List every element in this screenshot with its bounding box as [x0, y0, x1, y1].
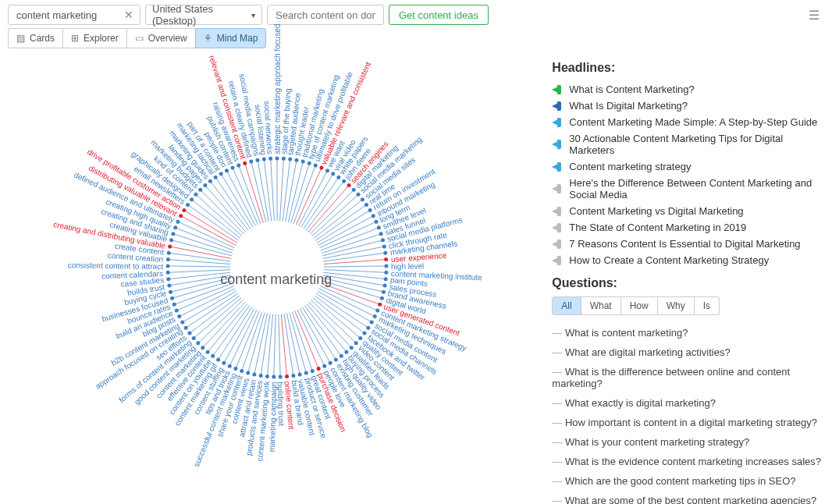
mind-map-chart[interactable]: content marketing strategic marketing ap…: [8, 53, 544, 504]
svg-line-116: [242, 312, 262, 371]
keyword-input[interactable]: [15, 9, 119, 22]
headline-item[interactable]: Here's the Difference Between Content Ma…: [552, 175, 824, 203]
question-tab-is[interactable]: Is: [695, 297, 719, 314]
question-tab-how[interactable]: How: [621, 297, 658, 314]
svg-point-17: [325, 169, 329, 172]
svg-point-63: [380, 296, 384, 300]
svg-point-69: [373, 314, 377, 318]
questions-title: Questions:: [552, 276, 824, 290]
svg-line-168: [173, 234, 233, 254]
svg-point-167: [169, 238, 173, 242]
question-tab-what[interactable]: What: [581, 297, 621, 314]
svg-point-31: [361, 197, 364, 201]
tab-label: Mind Map: [217, 33, 258, 44]
question-item[interactable]: What is your content marketing strategy?: [552, 432, 824, 452]
megaphone-icon: [552, 240, 563, 249]
svg-point-37: [372, 214, 375, 218]
svg-line-144: [176, 286, 234, 311]
svg-point-197: [231, 166, 235, 170]
svg-line-2: [280, 158, 284, 221]
question-item[interactable]: What is content marketing?: [552, 323, 824, 343]
question-item[interactable]: Which are the good content marketing tip…: [552, 471, 824, 491]
headline-text: 7 Reasons Content Is Essential to Digita…: [569, 238, 800, 250]
headline-item[interactable]: 7 Reasons Content Is Essential to Digita…: [552, 236, 824, 252]
svg-point-139: [184, 326, 188, 330]
list-view-icon[interactable]: ☰: [809, 8, 824, 23]
svg-line-36: [318, 216, 373, 246]
svg-point-43: [379, 232, 383, 236]
headline-item[interactable]: Content Marketing Made Simple: A Step-by…: [552, 114, 824, 130]
svg-point-209: [268, 157, 272, 161]
headline-item[interactable]: 30 Actionable Content Marketing Tips for…: [552, 130, 824, 158]
svg-point-137: [187, 331, 191, 335]
question-tabs: AllWhatHowWhyIs: [552, 296, 720, 315]
chevron-down-icon: ▾: [251, 11, 255, 20]
tab-mind-map[interactable]: ⚘Mind Map: [195, 28, 267, 48]
headline-item[interactable]: How to Create a Content Marketing Strate…: [552, 252, 824, 268]
svg-point-71: [370, 321, 374, 325]
svg-point-51: [384, 257, 388, 261]
svg-point-181: [190, 197, 194, 201]
svg-point-153: [167, 283, 171, 287]
tab-explorer[interactable]: ⊞Explorer: [62, 28, 127, 48]
keyword-input-wrap[interactable]: ✕: [8, 5, 140, 25]
svg-point-203: [249, 159, 253, 163]
svg-point-179: [186, 203, 190, 207]
headline-text: The State of Content Marketing in 2019: [569, 222, 746, 233]
question-item[interactable]: What are some of the best content market…: [552, 491, 824, 504]
svg-line-140: [183, 291, 236, 322]
region-select[interactable]: United States (Desktop) ▾: [145, 5, 262, 25]
svg-point-147: [172, 303, 176, 307]
svg-line-122: [224, 308, 254, 363]
clear-icon[interactable]: ✕: [124, 9, 133, 21]
svg-point-101: [291, 374, 295, 378]
svg-point-45: [381, 238, 385, 242]
svg-line-114: [248, 313, 265, 373]
svg-point-1: [276, 157, 279, 161]
svg-point-177: [182, 208, 186, 212]
headline-item[interactable]: What Is Digital Marketing?: [552, 98, 824, 114]
headline-item[interactable]: Content marketing strategy: [552, 158, 824, 175]
question-item[interactable]: What are digital marketing activities?: [552, 343, 824, 362]
megaphone-icon: [552, 207, 563, 216]
question-item[interactable]: What is the evidence content marketing i…: [552, 452, 824, 471]
question-tab-all[interactable]: All: [553, 297, 581, 314]
question-item[interactable]: What exactly is digital marketing?: [552, 393, 824, 413]
svg-point-193: [219, 172, 223, 176]
svg-point-41: [377, 225, 381, 229]
svg-point-53: [384, 264, 388, 268]
svg-line-4: [283, 159, 290, 221]
svg-point-29: [357, 193, 361, 197]
headline-item[interactable]: Content Marketing vs Digital Marketing: [552, 203, 824, 219]
svg-point-199: [236, 163, 240, 167]
tab-overview[interactable]: ▭Overview: [126, 28, 196, 48]
question-item[interactable]: What is the difference between online an…: [552, 362, 824, 393]
domain-input[interactable]: [274, 9, 377, 22]
svg-point-103: [285, 374, 289, 378]
svg-point-141: [180, 321, 184, 325]
svg-point-35: [368, 208, 372, 212]
svg-point-185: [198, 188, 202, 192]
svg-line-108: [267, 314, 272, 377]
question-item[interactable]: How important is content in a digital ma…: [552, 413, 824, 432]
megaphone-icon: [552, 140, 563, 149]
megaphone-icon: [552, 256, 563, 265]
svg-point-127: [211, 354, 215, 358]
headline-item[interactable]: What is Content Marketing?: [552, 81, 824, 98]
svg-line-70: [318, 291, 372, 322]
domain-input-wrap[interactable]: [267, 5, 384, 25]
megaphone-icon: [552, 184, 563, 193]
svg-point-135: [192, 336, 196, 340]
headline-item[interactable]: The State of Content Marketing in 2019: [552, 219, 824, 236]
svg-point-105: [279, 374, 283, 378]
question-tab-why[interactable]: Why: [658, 297, 695, 314]
svg-point-155: [166, 277, 170, 281]
get-ideas-button[interactable]: Get content ideas: [389, 5, 489, 25]
svg-line-34: [317, 210, 370, 243]
svg-line-46: [323, 247, 384, 258]
headline-text: What is Content Marketing?: [569, 83, 694, 95]
tab-cards[interactable]: ▤Cards: [8, 28, 63, 48]
svg-point-207: [262, 158, 266, 161]
region-value: United States (Desktop): [152, 3, 251, 27]
svg-line-102: [281, 314, 286, 377]
